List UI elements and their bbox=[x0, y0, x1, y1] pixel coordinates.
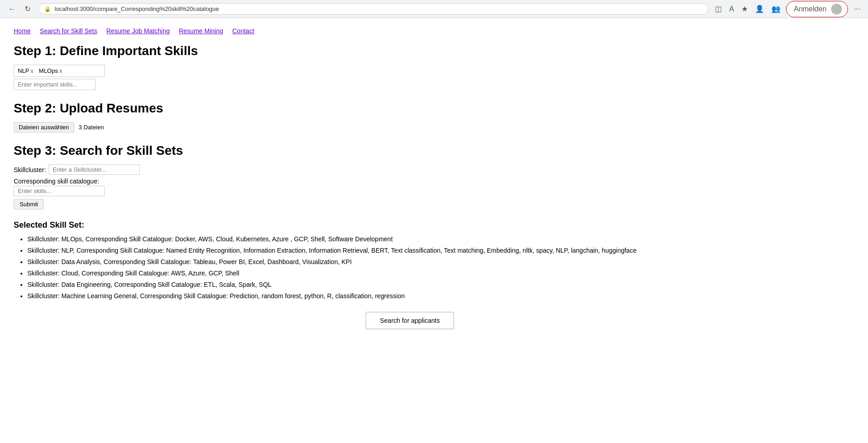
skills-input[interactable] bbox=[14, 79, 96, 90]
browser-chrome: ← ↻ 🔒 localhost:3000/compare_Correspondi… bbox=[0, 0, 868, 18]
selected-skillset-section: Selected Skill Set: Skillcluster: MLOps,… bbox=[14, 220, 806, 301]
step3-title: Step 3: Search for Skill Sets bbox=[14, 143, 806, 158]
step3-section: Step 3: Search for Skill Sets Skillclust… bbox=[14, 143, 806, 209]
list-item: Skillcluster: Data Analysis, Correspondi… bbox=[27, 257, 806, 267]
step1-title: Step 1: Define Important Skills bbox=[14, 44, 806, 58]
search-applicants-button[interactable]: Search for applicants bbox=[366, 312, 454, 329]
back-button[interactable]: ← bbox=[5, 3, 18, 15]
submit-button[interactable]: Submit bbox=[14, 199, 44, 209]
catalogue-label: Corresponding skill catalogue: bbox=[14, 178, 99, 185]
nav-resume-mining[interactable]: Resume Mining bbox=[179, 27, 223, 35]
more-options-icon[interactable]: ⋯ bbox=[852, 3, 863, 15]
list-item: Skillcluster: Machine Learning General, … bbox=[27, 291, 806, 301]
nav-bar: Home Search for Skill Sets Resume Job Ma… bbox=[14, 27, 806, 35]
group-icon[interactable]: 👥 bbox=[770, 3, 782, 15]
skill-list: Skillcluster: MLOps, Corresponding Skill… bbox=[14, 234, 806, 301]
step2-section: Step 2: Upload Resumes Dateien auswählen… bbox=[14, 101, 806, 132]
tag-nlp-label: NLP bbox=[18, 67, 29, 74]
list-item: Skillcluster: NLP, Corresponding Skill C… bbox=[27, 246, 806, 255]
skillcluster-row: Skillcluster: bbox=[14, 164, 806, 175]
tag-nlp-remove[interactable]: x bbox=[31, 68, 33, 74]
lock-icon: 🔒 bbox=[44, 6, 51, 12]
nav-contact[interactable]: Contact bbox=[232, 27, 254, 35]
reload-button[interactable]: ↻ bbox=[21, 3, 34, 15]
nav-search-skill-sets[interactable]: Search for Skill Sets bbox=[40, 27, 97, 35]
step3-form: Skillcluster: Corresponding skill catalo… bbox=[14, 164, 806, 209]
tag-mlops: MLOps x bbox=[37, 67, 64, 75]
file-count: 3 Dateien bbox=[79, 124, 104, 131]
extensions-icon[interactable]: ◫ bbox=[713, 3, 724, 15]
nav-resume-job-matching[interactable]: Resume Job Matching bbox=[106, 27, 169, 35]
step1-section: Step 1: Define Important Skills NLP x ML… bbox=[14, 44, 806, 90]
tag-mlops-remove[interactable]: x bbox=[59, 68, 62, 74]
anmelden-button[interactable]: Anmelden bbox=[786, 1, 848, 17]
skillcluster-input[interactable] bbox=[49, 164, 140, 175]
page-content: Home Search for Skill Sets Resume Job Ma… bbox=[0, 18, 820, 338]
list-item: Skillcluster: Cloud, Corresponding Skill… bbox=[27, 269, 806, 278]
address-bar[interactable]: 🔒 localhost:3000/compare_Corresponding%2… bbox=[38, 3, 709, 15]
profile-icon[interactable]: 👤 bbox=[753, 3, 766, 15]
catalogue-row: Corresponding skill catalogue: bbox=[14, 178, 806, 196]
skillcluster-label: Skillcluster: bbox=[14, 166, 46, 173]
tag-mlops-label: MLOps bbox=[39, 67, 58, 74]
list-item: Skillcluster: MLOps, Corresponding Skill… bbox=[27, 234, 806, 244]
font-icon[interactable]: A bbox=[727, 3, 736, 15]
url-text: localhost:3000/compare_Corresponding%20s… bbox=[55, 5, 219, 12]
avatar bbox=[831, 4, 842, 15]
tag-nlp: NLP x bbox=[16, 67, 35, 75]
step2-title: Step 2: Upload Resumes bbox=[14, 101, 806, 116]
tags-container: NLP x MLOps x bbox=[14, 65, 105, 77]
nav-buttons: ← ↻ bbox=[5, 3, 34, 15]
file-upload-area: Dateien auswählen 3 Dateien bbox=[14, 122, 806, 132]
nav-home[interactable]: Home bbox=[14, 27, 31, 35]
catalogue-input[interactable] bbox=[14, 186, 105, 196]
file-select-button[interactable]: Dateien auswählen bbox=[14, 122, 74, 132]
anmelden-label: Anmelden bbox=[792, 3, 828, 15]
bookmark-icon[interactable]: ★ bbox=[740, 3, 750, 15]
selected-skillset-title: Selected Skill Set: bbox=[14, 220, 806, 230]
list-item: Skillcluster: Data Engineering, Correspo… bbox=[27, 280, 806, 290]
browser-right-icons: ◫ A ★ 👤 👥 Anmelden ⋯ bbox=[713, 1, 863, 17]
